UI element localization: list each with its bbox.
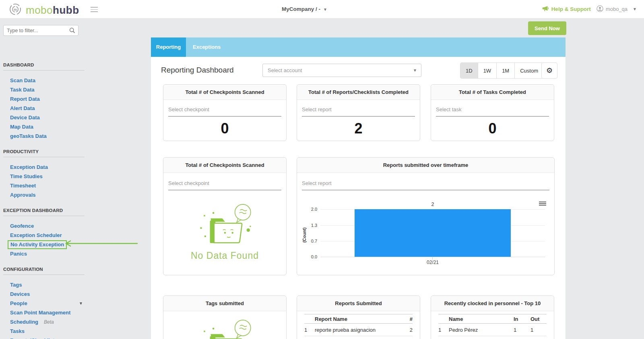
chevron-down-icon: ▼	[79, 299, 83, 308]
mobohubb-logo: m mobohubb	[9, 3, 79, 17]
bar-02-21	[355, 209, 511, 257]
tab-exceptions[interactable]: Exceptions	[193, 37, 221, 57]
app-window: m mobohubb MyCompany / -▼ Help & Support	[0, 0, 644, 339]
sidebar-item-time-studies[interactable]: Time Studies	[3, 172, 148, 181]
beta-badge: Beta	[44, 319, 54, 325]
sidebar-section-dashboard: DASHBOARD Scan Data Task Data Report Dat…	[3, 62, 148, 141]
search-icon	[69, 27, 75, 35]
settings-gear-button[interactable]	[541, 62, 557, 79]
table-header: Name In Out	[438, 314, 547, 324]
y-axis-label: (Count)	[302, 223, 307, 247]
help-support-link[interactable]: Help & Support	[542, 6, 591, 13]
in-count: 1	[514, 327, 530, 333]
sidebar-item-report-data[interactable]: Report Data	[3, 94, 148, 104]
sidebar-item-tags[interactable]: Tags	[3, 280, 148, 289]
section-title: PRODUCTIVITY	[3, 149, 148, 154]
report-select[interactable]: Select report	[302, 106, 415, 116]
page-title: Reporting Dashboard	[161, 66, 234, 75]
y-tick: 2.0	[297, 207, 317, 212]
no-data-illustration: No Data Found	[163, 201, 286, 261]
sidebar-item-map-data[interactable]: Map Data	[3, 122, 148, 131]
stat-card-checkpoints: Total # of Checkpoints Scanned Select ch…	[163, 84, 287, 141]
sidebar-item-devices[interactable]: Devices	[3, 289, 148, 299]
stat-value: 0	[163, 120, 286, 137]
reports-submitted-table: Report Name # 1 reporte prueba asignacio…	[304, 314, 413, 336]
logo-text: mobohubb	[26, 4, 79, 17]
sidebar-item-timesheet[interactable]: Timesheet	[3, 181, 148, 190]
sidebar: DASHBOARD Scan Data Task Data Report Dat…	[0, 18, 151, 339]
checkpoint-select[interactable]: Select checkpoint	[168, 180, 281, 190]
menu-toggle-icon[interactable]	[91, 5, 98, 14]
bar-data-label: 2	[355, 202, 511, 207]
sidebar-filter[interactable]	[3, 25, 78, 36]
col-count: #	[400, 316, 413, 322]
sidebar-item-scan-point-management[interactable]: Scan Point Management	[3, 308, 148, 317]
sidebar-item-geotasks-data[interactable]: geoTasks Data	[3, 131, 148, 141]
clocked-in-table: Name In Out 1 Pedro Pérez 1 1	[438, 314, 547, 336]
sidebar-item-geofence[interactable]: Geofence	[3, 221, 148, 231]
sidebar-item-tasks[interactable]: Tasks	[3, 327, 148, 336]
card-title: Total # of Tasks Completed	[431, 85, 554, 100]
stat-card-reports: Total # of Reports/Checklists Completed …	[297, 84, 420, 141]
range-1d-button[interactable]: 1D	[460, 63, 478, 78]
sidebar-item-task-data[interactable]: Task Data	[3, 85, 148, 94]
sidebar-item-alert-data[interactable]: Alert Data	[3, 104, 148, 113]
sidebar-item-exception-data[interactable]: Exception Data	[3, 162, 148, 172]
report-select[interactable]: Select report	[302, 180, 549, 190]
sidebar-section-configuration: CONFIGURATION Tags Devices People▼ Scan …	[3, 267, 148, 339]
account-select[interactable]: Select account ▼	[262, 64, 421, 77]
sidebar-item-panics[interactable]: Panics	[3, 249, 148, 258]
logo-icon: m	[9, 3, 22, 17]
highlight-box: No Activity Exception	[8, 240, 67, 249]
range-1w-button[interactable]: 1W	[478, 63, 497, 78]
stat-value: 2	[297, 120, 420, 137]
sidebar-item-device-data[interactable]: Device Data	[3, 113, 148, 122]
no-data-illustration	[163, 317, 286, 339]
stat-card-tasks: Total # of Tasks Completed Select task 0	[431, 84, 554, 141]
megaphone-icon	[542, 6, 549, 13]
y-tick: 1.3	[297, 223, 317, 228]
card-title: Tags submitted	[163, 296, 286, 311]
chart-context-menu-icon[interactable]	[539, 201, 546, 206]
user-avatar-icon	[597, 5, 603, 13]
timeframe-button-group: 1D 1W 1M Custom	[460, 62, 544, 79]
tags-submitted-card: Tags submitted	[163, 295, 287, 339]
sidebar-item-scan-data[interactable]: Scan Data	[3, 76, 148, 85]
sidebar-item-reports-checklists[interactable]: Reports/Checklists	[3, 336, 148, 339]
chevron-down-icon: ▼	[413, 64, 417, 77]
company-selector[interactable]: MyCompany / -▼	[282, 0, 327, 18]
x-tick: 02/21	[355, 260, 511, 265]
sidebar-item-approvals[interactable]: Approvals	[3, 190, 148, 200]
card-title: Total # of Reports/Checklists Completed	[297, 85, 420, 100]
range-custom-button[interactable]: Custom	[515, 63, 543, 78]
no-data-text: No Data Found	[163, 250, 286, 261]
task-select[interactable]: Select task	[436, 106, 549, 116]
card-title: Reports submitted over timeframe	[297, 158, 554, 173]
row-index: 1	[438, 327, 449, 333]
section-title: DASHBOARD	[3, 62, 148, 67]
sidebar-section-exception-dashboard: EXCEPTION DASHBOARD Geofence Exception S…	[3, 208, 148, 258]
user-menu[interactable]: mobo_qa ▼	[597, 5, 637, 13]
card-title: Recently clocked in personnel - Top 10	[431, 296, 554, 311]
send-now-button[interactable]: Send Now	[528, 21, 566, 35]
top-bar: m mobohubb MyCompany / -▼ Help & Support	[0, 0, 644, 18]
sidebar-item-exception-scheduler[interactable]: Exception Scheduler	[3, 231, 148, 240]
sidebar-item-scheduling[interactable]: SchedulingBeta	[3, 317, 148, 327]
checkpoint-select[interactable]: Select checkpoint	[168, 106, 281, 116]
reports-timeframe-chart-card: Reports submitted over timeframe Select …	[297, 157, 555, 275]
report-name: reporte prueba asignacion	[315, 327, 400, 333]
card-title: Total # of Checkpoints Scanned	[163, 158, 286, 173]
range-1m-button[interactable]: 1M	[497, 63, 515, 78]
col-out: Out	[530, 316, 547, 322]
filter-input[interactable]	[7, 25, 67, 35]
report-count: 2	[400, 327, 413, 333]
tab-reporting[interactable]: Reporting	[151, 37, 186, 57]
table-row: 1 reporte prueba asignacion 2	[304, 324, 413, 336]
row-index: 1	[304, 327, 315, 333]
reporting-dashboard-panel: Reporting Dashboard Select account ▼ 1D …	[151, 57, 566, 339]
reports-submitted-card: Reports Submitted Report Name # 1 report…	[297, 295, 420, 339]
sidebar-item-people[interactable]: People▼	[3, 299, 148, 308]
account-select-placeholder: Select account	[268, 64, 302, 77]
y-tick: 0.7	[297, 239, 317, 243]
svg-text:m: m	[14, 8, 17, 12]
